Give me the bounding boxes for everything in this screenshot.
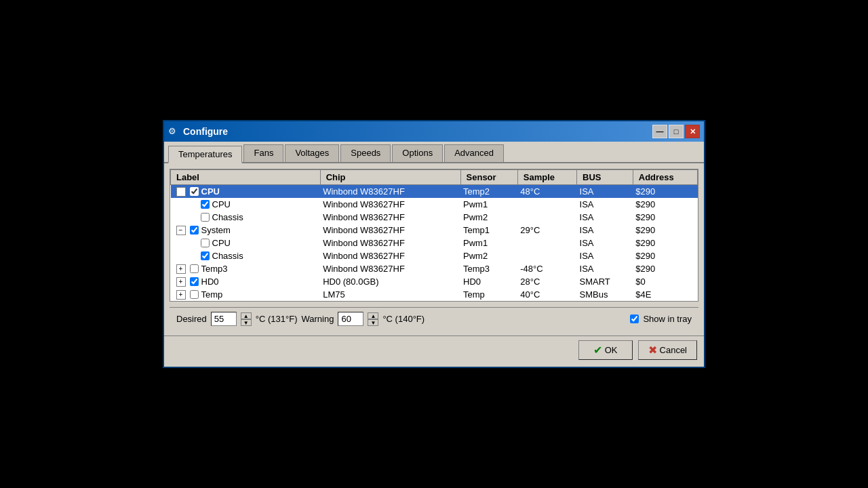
cell-sample: 28°C (517, 275, 576, 288)
cell-chip: Winbond W83627HF (320, 211, 460, 224)
tab-voltages[interactable]: Voltages (285, 144, 339, 162)
cell-sensor: Pwm2 (460, 249, 517, 262)
warning-down[interactable]: ▼ (368, 319, 378, 326)
warning-input[interactable] (338, 312, 363, 326)
window-icon: ⚙ (168, 126, 179, 137)
desired-spinner[interactable]: ▲ ▼ (241, 312, 252, 326)
table-row: +HD0HD0 (80.0GB)HD028°CSMART$0 (171, 275, 698, 288)
window-controls: — □ ✕ (652, 125, 700, 138)
cell-chip: LM75 (320, 288, 460, 301)
col-label: Label (171, 170, 321, 185)
cancel-icon: ✖ (648, 344, 657, 357)
desired-input[interactable] (211, 312, 237, 326)
row-checkbox[interactable] (201, 251, 210, 260)
cell-sensor: Temp3 (460, 262, 517, 275)
cell-label: CPU (171, 198, 321, 211)
cell-label: Chassis (171, 211, 321, 224)
cell-chip: Winbond W83627HF (320, 249, 460, 262)
cell-sensor: Pwm1 (460, 237, 517, 249)
row-label-text: Chassis (212, 212, 243, 222)
dialog-button-bar: ✔ OK ✖ Cancel (164, 336, 704, 367)
warning-unit: °C (140°F) (382, 314, 425, 324)
minimize-button[interactable]: — (652, 125, 667, 138)
row-checkbox[interactable] (190, 277, 199, 286)
warning-label: Warning (301, 314, 334, 324)
sensor-table-container: Label Chip Sensor Sample BUS Address −CP… (170, 169, 698, 302)
row-checkbox[interactable] (201, 213, 210, 222)
row-checkbox[interactable] (190, 187, 199, 196)
tab-content: Label Chip Sensor Sample BUS Address −CP… (164, 163, 704, 336)
cell-label: −System (171, 224, 321, 237)
row-label-text: CPU (212, 199, 231, 209)
col-address: Address (633, 170, 697, 185)
warning-spinner[interactable]: ▲ ▼ (368, 312, 378, 326)
row-checkbox[interactable] (201, 200, 210, 209)
cell-chip: Winbond W83627HF (320, 198, 460, 211)
cell-label: −CPU (171, 185, 321, 199)
row-checkbox[interactable] (201, 239, 210, 247)
cell-bus: ISA (577, 249, 633, 262)
tab-temperatures[interactable]: Temperatures (168, 146, 242, 163)
show-in-tray-checkbox[interactable] (630, 314, 639, 323)
cell-sensor: Temp1 (460, 224, 517, 237)
table-row: +TempLM75Temp40°CSMBus$4E (171, 288, 698, 301)
col-sensor: Sensor (460, 170, 517, 185)
cell-address: $290 (633, 224, 697, 237)
expand-button[interactable]: − (176, 226, 186, 235)
row-label-text: Chassis (212, 251, 243, 261)
desired-label: Desired (176, 314, 207, 324)
cell-bus: ISA (577, 237, 633, 249)
cell-sensor: Pwm2 (460, 211, 517, 224)
cell-chip: HD0 (80.0GB) (320, 275, 460, 288)
tab-speeds[interactable]: Speeds (340, 144, 391, 162)
tab-options[interactable]: Options (392, 144, 443, 162)
cell-sample: -48°C (517, 262, 576, 275)
cell-bus: ISA (577, 262, 633, 275)
expand-button[interactable]: − (176, 187, 186, 197)
cell-sample (517, 211, 576, 224)
expand-button[interactable]: + (176, 290, 186, 300)
cell-address: $290 (633, 185, 697, 199)
tab-advanced[interactable]: Advanced (444, 144, 504, 162)
show-in-tray-label: Show in tray (643, 314, 692, 324)
cell-address: $290 (633, 249, 697, 262)
title-bar: ⚙ Configure — □ ✕ (164, 121, 704, 142)
close-button[interactable]: ✕ (685, 125, 700, 138)
expand-button[interactable]: + (176, 277, 186, 287)
cell-label: CPU (171, 237, 321, 249)
cell-label: +Temp (171, 288, 321, 301)
table-row: +Temp3Winbond W83627HFTemp3-48°CISA$290 (171, 262, 698, 275)
cell-sample (517, 237, 576, 249)
tab-fans[interactable]: Fans (243, 144, 283, 162)
row-checkbox[interactable] (190, 226, 199, 235)
cell-chip: Winbond W83627HF (320, 185, 460, 199)
ok-button[interactable]: ✔ OK (578, 340, 633, 360)
cell-bus: ISA (577, 198, 633, 211)
cancel-label: Cancel (660, 345, 687, 355)
col-bus: BUS (577, 170, 633, 185)
row-label-text: System (201, 225, 231, 235)
cell-label: Chassis (171, 249, 321, 262)
cell-bus: ISA (577, 211, 633, 224)
cell-label: +HD0 (171, 275, 321, 288)
cell-address: $290 (633, 237, 697, 249)
settings-bar: Desired ▲ ▼ °C (131°F) Warning ▲ ▼ °C (1… (170, 307, 698, 330)
cell-bus: SMART (577, 275, 633, 288)
table-row: ChassisWinbond W83627HFPwm2ISA$290 (171, 211, 698, 224)
table-row: ChassisWinbond W83627HFPwm2ISA$290 (171, 249, 698, 262)
maximize-button[interactable]: □ (669, 125, 684, 138)
desired-up[interactable]: ▲ (241, 312, 252, 319)
expand-button[interactable]: + (176, 264, 186, 274)
table-row: −SystemWinbond W83627HFTemp129°CISA$290 (171, 224, 698, 237)
cell-label: +Temp3 (171, 262, 321, 275)
row-checkbox[interactable] (190, 264, 199, 273)
cell-bus: ISA (577, 224, 633, 237)
desired-down[interactable]: ▼ (241, 319, 252, 326)
warning-up[interactable]: ▲ (368, 312, 378, 319)
cell-address: $290 (633, 211, 697, 224)
cell-bus: SMBus (577, 288, 633, 301)
tab-bar: Temperatures Fans Voltages Speeds Option… (164, 142, 704, 163)
row-checkbox[interactable] (190, 290, 199, 299)
cancel-button[interactable]: ✖ Cancel (638, 340, 697, 360)
desired-unit: °C (131°F) (256, 314, 298, 324)
